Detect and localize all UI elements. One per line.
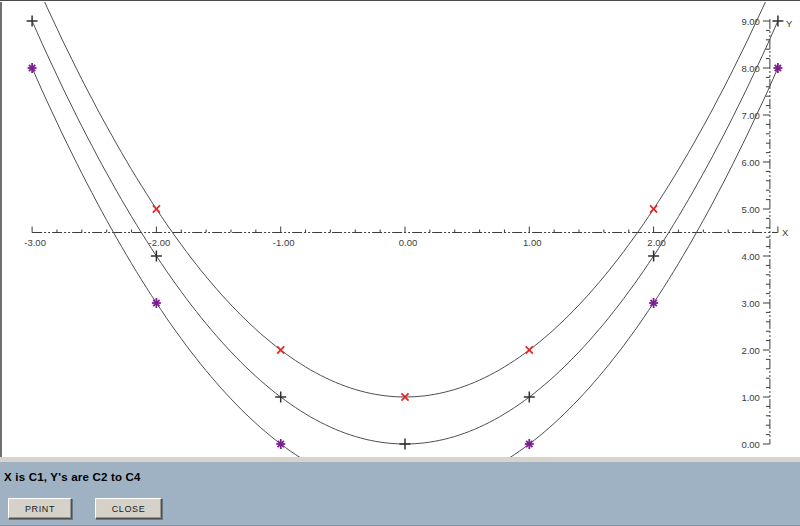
series-C3-curve — [32, 2, 778, 397]
x-axis-label: X — [782, 227, 789, 238]
y-tick-label: 4.00 — [741, 251, 760, 262]
y-tick-label: 1.00 — [741, 392, 760, 403]
y-tick-label: 0.00 — [741, 439, 760, 450]
y-tick-label: 8.00 — [741, 63, 760, 74]
plot-area: -3.00-2.00-1.000.001.002.00X0.001.002.00… — [0, 2, 800, 457]
y-tick-label: 6.00 — [741, 157, 760, 168]
y-axis-label: Y — [786, 18, 793, 29]
y-axis — [763, 19, 770, 444]
series-C4-curve — [32, 68, 778, 457]
x-tick-labels: -3.00-2.00-1.000.001.002.00 — [24, 237, 666, 248]
x-tick-label: 0.00 — [399, 237, 418, 248]
series-C3-markers — [153, 205, 657, 400]
x-tick-label: 1.00 — [523, 237, 542, 248]
print-button[interactable]: PRINT — [8, 498, 72, 519]
y-tick-label: 3.00 — [741, 298, 760, 309]
parabola-chart: -3.00-2.00-1.000.001.002.00X0.001.002.00… — [2, 2, 800, 457]
status-text: X is C1, Y's are C2 to C4 — [4, 471, 141, 483]
series-C4-markers — [28, 63, 783, 449]
y-tick-label: 7.00 — [741, 110, 760, 121]
y-tick-label: 9.00 — [741, 16, 760, 27]
x-axis — [32, 227, 778, 233]
status-bar: X is C1, Y's are C2 to C4 PRINT CLOSE — [0, 457, 800, 526]
y-tick-label: 5.00 — [741, 204, 760, 215]
x-tick-label: -3.00 — [24, 237, 46, 248]
y-tick-label: 2.00 — [741, 345, 760, 356]
close-button[interactable]: CLOSE — [95, 498, 162, 519]
plot-window: -3.00-2.00-1.000.001.002.00X0.001.002.00… — [0, 0, 800, 526]
x-tick-label: -1.00 — [273, 237, 295, 248]
x-tick-label: -2.00 — [149, 237, 171, 248]
